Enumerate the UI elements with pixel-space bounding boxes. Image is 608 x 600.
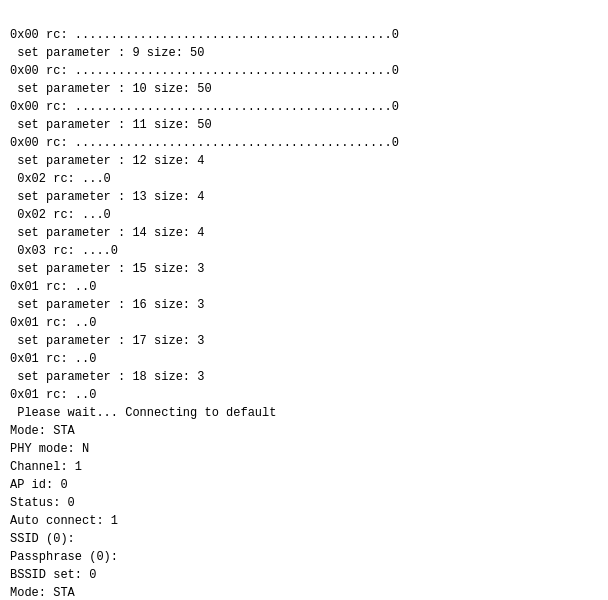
terminal-line-15: set parameter : 16 size: 3 xyxy=(10,296,598,314)
terminal-line-9: set parameter : 13 size: 4 xyxy=(10,188,598,206)
terminal-line-13: set parameter : 15 size: 3 xyxy=(10,260,598,278)
terminal-line-1: set parameter : 9 size: 50 xyxy=(10,44,598,62)
terminal-line-32: Mode: STA xyxy=(10,584,598,600)
terminal-line-29: SSID (0): xyxy=(10,530,598,548)
terminal-line-5: set parameter : 11 size: 50 xyxy=(10,116,598,134)
terminal-line-11: set parameter : 14 size: 4 xyxy=(10,224,598,242)
terminal-line-30: Passphrase (0): xyxy=(10,548,598,566)
terminal-line-31: BSSID set: 0 xyxy=(10,566,598,584)
terminal-line-2: 0x00 rc: ...............................… xyxy=(10,62,598,80)
terminal-line-3: set parameter : 10 size: 50 xyxy=(10,80,598,98)
terminal-line-10: 0x02 rc: ...0 xyxy=(10,206,598,224)
terminal-line-4: 0x00 rc: ...............................… xyxy=(10,98,598,116)
terminal-line-19: set parameter : 18 size: 3 xyxy=(10,368,598,386)
terminal-output: 0x00 rc: ...............................… xyxy=(0,0,608,600)
terminal-line-12: 0x03 rc: ....0 xyxy=(10,242,598,260)
terminal-line-6: 0x00 rc: ...............................… xyxy=(10,134,598,152)
terminal-line-28: Auto connect: 1 xyxy=(10,512,598,530)
terminal-line-25: Channel: 1 xyxy=(10,458,598,476)
terminal-line-0: 0x00 rc: ...............................… xyxy=(10,26,598,44)
terminal-line-26: AP id: 0 xyxy=(10,476,598,494)
terminal-line-8: 0x02 rc: ...0 xyxy=(10,170,598,188)
terminal-line-20: 0x01 rc: ..0 xyxy=(10,386,598,404)
terminal-line-14: 0x01 rc: ..0 xyxy=(10,278,598,296)
terminal-line-24: PHY mode: N xyxy=(10,440,598,458)
terminal-line-17: set parameter : 17 size: 3 xyxy=(10,332,598,350)
terminal-line-23: Mode: STA xyxy=(10,422,598,440)
terminal-line-22: Please wait... Connecting to default xyxy=(10,404,598,422)
terminal-line-18: 0x01 rc: ..0 xyxy=(10,350,598,368)
terminal-line-7: set parameter : 12 size: 4 xyxy=(10,152,598,170)
terminal-line-27: Status: 0 xyxy=(10,494,598,512)
terminal-line-16: 0x01 rc: ..0 xyxy=(10,314,598,332)
